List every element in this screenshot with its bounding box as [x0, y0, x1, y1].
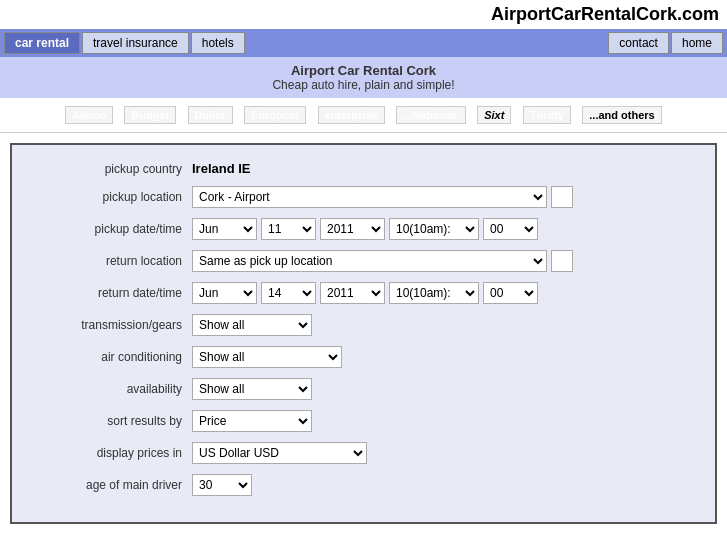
- currency-row: display prices in US Dollar USDEuro EURG…: [32, 442, 695, 464]
- logo-budget: Budget: [124, 106, 176, 124]
- pickup-country-control: Ireland IE: [192, 161, 695, 176]
- nav-hotels[interactable]: hotels: [191, 32, 245, 54]
- nav-home[interactable]: home: [671, 32, 723, 54]
- logos-bar: Alamo Budget Dollar Europcar enterprise …: [0, 98, 727, 133]
- return-location-label: return location: [32, 254, 192, 268]
- nav-bar: car rental travel insurance hotels conta…: [0, 29, 727, 57]
- return-date-control: JanFebMarAprMayJunJulAugSepOctNovDec 123…: [192, 282, 695, 304]
- transmission-control: Show allManualAutomatic: [192, 314, 695, 336]
- pickup-month-select[interactable]: JanFebMarAprMayJunJulAugSepOctNovDec: [192, 218, 257, 240]
- main-area: pickup country Ireland IE pickup locatio…: [0, 133, 727, 534]
- logo-alamo: Alamo: [65, 106, 113, 124]
- age-control: 2122232425 2627282930 3132333435: [192, 474, 695, 496]
- return-location-row: return location Same as pick up location…: [32, 250, 695, 272]
- age-label: age of main driver: [32, 478, 192, 492]
- return-month-select[interactable]: JanFebMarAprMayJunJulAugSepOctNovDec: [192, 282, 257, 304]
- pickup-location-control: Cork - Airport Cork City Dublin Airport: [192, 186, 695, 208]
- logo-enterprise: enterprise: [318, 106, 385, 124]
- return-date-label: return date/time: [32, 286, 192, 300]
- sort-label: sort results by: [32, 414, 192, 428]
- site-header: AirportCarRentalCork.com: [0, 0, 727, 29]
- logo-sixt: Sixt: [477, 106, 511, 124]
- pickup-date-row: pickup date/time JanFebMarAprMayJunJulAu…: [32, 218, 695, 240]
- pickup-location-row: pickup location Cork - Airport Cork City…: [32, 186, 695, 208]
- search-form: pickup country Ireland IE pickup locatio…: [10, 143, 717, 524]
- pickup-time-select[interactable]: 8(8am):9(9am):10(10am):11(11am):: [389, 218, 479, 240]
- sort-control: PriceNameRating: [192, 410, 695, 432]
- ac-row: air conditioning Show allWith ACWithout …: [32, 346, 695, 368]
- transmission-row: transmission/gears Show allManualAutomat…: [32, 314, 695, 336]
- pickup-date-label: pickup date/time: [32, 222, 192, 236]
- pickup-country-label: pickup country: [32, 162, 192, 176]
- return-location-select[interactable]: Same as pick up location Cork - Airport …: [192, 250, 547, 272]
- subtitle-title: Airport Car Rental Cork: [4, 63, 723, 78]
- pickup-year-select[interactable]: 2010201120122013: [320, 218, 385, 240]
- pickup-location-label: pickup location: [32, 190, 192, 204]
- return-location-control: Same as pick up location Cork - Airport …: [192, 250, 695, 272]
- nav-contact[interactable]: contact: [608, 32, 669, 54]
- transmission-select[interactable]: Show allManualAutomatic: [192, 314, 312, 336]
- return-date-row: return date/time JanFebMarAprMayJunJulAu…: [32, 282, 695, 304]
- currency-control: US Dollar USDEuro EURGBP Sterling: [192, 442, 695, 464]
- logo-others: ...and others: [582, 106, 661, 124]
- logo-national: ...National.: [396, 106, 466, 124]
- ac-control: Show allWith ACWithout AC: [192, 346, 695, 368]
- site-title: AirportCarRentalCork.com: [491, 4, 719, 24]
- ac-select[interactable]: Show allWith ACWithout AC: [192, 346, 342, 368]
- sort-select[interactable]: PriceNameRating: [192, 410, 312, 432]
- currency-select[interactable]: US Dollar USDEuro EURGBP Sterling: [192, 442, 367, 464]
- avail-control: Show allAvailable only: [192, 378, 695, 400]
- logo-europcar: Europcar: [244, 106, 306, 124]
- logo-dollar: Dollar: [188, 106, 233, 124]
- pickup-min-select[interactable]: 00153045: [483, 218, 538, 240]
- subtitle-bar: Airport Car Rental Cork Cheap auto hire,…: [0, 57, 727, 98]
- ac-label: air conditioning: [32, 350, 192, 364]
- avail-select[interactable]: Show allAvailable only: [192, 378, 312, 400]
- return-min-select[interactable]: 00153045: [483, 282, 538, 304]
- pickup-country-value: Ireland IE: [192, 161, 251, 176]
- avail-row: availability Show allAvailable only: [32, 378, 695, 400]
- avail-label: availability: [32, 382, 192, 396]
- nav-right: contact home: [608, 32, 723, 54]
- nav-car-rental[interactable]: car rental: [4, 32, 80, 54]
- pickup-country-row: pickup country Ireland IE: [32, 161, 695, 176]
- age-row: age of main driver 2122232425 2627282930…: [32, 474, 695, 496]
- sort-row: sort results by PriceNameRating: [32, 410, 695, 432]
- return-day-select[interactable]: 123456789101112131415: [261, 282, 316, 304]
- age-select[interactable]: 2122232425 2627282930 3132333435: [192, 474, 252, 496]
- return-location-color-btn[interactable]: [551, 250, 573, 272]
- currency-label: display prices in: [32, 446, 192, 460]
- nav-travel-insurance[interactable]: travel insurance: [82, 32, 189, 54]
- pickup-location-color-btn[interactable]: [551, 186, 573, 208]
- pickup-day-select[interactable]: 123456789101112131415: [261, 218, 316, 240]
- transmission-label: transmission/gears: [32, 318, 192, 332]
- subtitle-tagline: Cheap auto hire, plain and simple!: [4, 78, 723, 92]
- return-year-select[interactable]: 2010201120122013: [320, 282, 385, 304]
- return-time-select[interactable]: 8(8am):9(9am):10(10am):11(11am):: [389, 282, 479, 304]
- pickup-date-control: JanFebMarAprMayJunJulAugSepOctNovDec 123…: [192, 218, 695, 240]
- logo-thrifty: Thrifty: [523, 106, 571, 124]
- pickup-location-select[interactable]: Cork - Airport Cork City Dublin Airport: [192, 186, 547, 208]
